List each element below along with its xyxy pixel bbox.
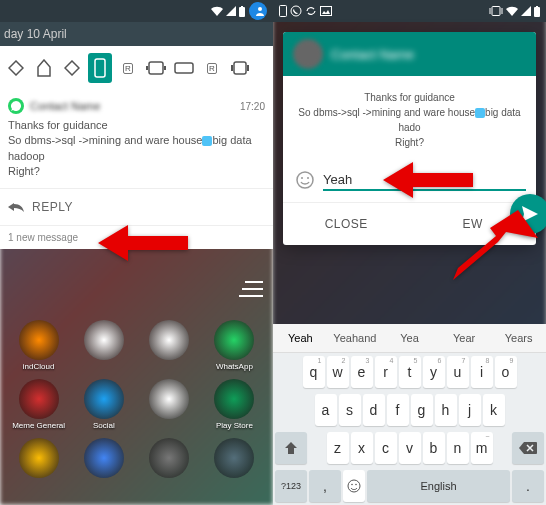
svg-rect-9 <box>175 63 193 73</box>
app-shortcut[interactable] <box>206 438 263 480</box>
shift-key[interactable] <box>275 432 307 464</box>
svg-point-23 <box>351 484 353 486</box>
key-n[interactable]: n <box>447 432 469 464</box>
app-shortcut[interactable]: Social <box>75 379 132 430</box>
signal-icon <box>226 6 236 16</box>
key-w[interactable]: 2w <box>327 356 349 388</box>
suggestion-item[interactable]: Yeah <box>273 324 328 352</box>
key-q[interactable]: 1q <box>303 356 325 388</box>
key-c[interactable]: c <box>375 432 397 464</box>
key-m[interactable]: ~m <box>471 432 493 464</box>
svg-marker-3 <box>9 61 23 75</box>
key-j[interactable]: j <box>459 394 481 426</box>
close-button[interactable]: CLOSE <box>283 203 410 245</box>
qs-icon-8[interactable]: R <box>200 53 224 83</box>
key-u[interactable]: 7u <box>447 356 469 388</box>
phone-portrait-icon <box>279 5 287 17</box>
app-shortcut[interactable]: Meme General <box>10 379 67 430</box>
svg-rect-1 <box>241 6 243 7</box>
suggestion-item[interactable]: Yea <box>382 324 437 352</box>
qs-icon-5[interactable]: R <box>116 53 140 83</box>
key-s[interactable]: s <box>339 394 361 426</box>
app-shortcut[interactable] <box>75 438 132 480</box>
key-v[interactable]: v <box>399 432 421 464</box>
dialog-message-body: Thanks for guidance So dbms->sql ->minin… <box>283 76 536 164</box>
image-icon <box>320 6 332 16</box>
menu-lines-icon[interactable] <box>239 280 263 302</box>
svg-rect-11 <box>231 65 233 71</box>
key-k[interactable]: k <box>483 394 505 426</box>
svg-rect-18 <box>536 6 538 7</box>
app-shortcut[interactable]: WhatsApp <box>206 320 263 371</box>
emoji-picker-button[interactable] <box>293 168 317 192</box>
svg-point-24 <box>355 484 357 486</box>
emoji-key[interactable] <box>343 470 365 502</box>
key-d[interactable]: d <box>363 394 385 426</box>
app-shortcut[interactable] <box>141 379 198 430</box>
period-key[interactable]: . <box>512 470 544 502</box>
key-x[interactable]: x <box>351 432 373 464</box>
app-shortcut[interactable]: indCloud <box>10 320 67 371</box>
key-g[interactable]: g <box>411 394 433 426</box>
suggestion-item[interactable]: Years <box>491 324 546 352</box>
dialog-avatar <box>293 39 323 69</box>
key-y[interactable]: 6y <box>423 356 445 388</box>
svg-rect-12 <box>247 65 249 71</box>
key-o[interactable]: 9o <box>495 356 517 388</box>
app-shortcut[interactable]: Play Store <box>206 379 263 430</box>
qs-icon-1[interactable] <box>4 53 28 83</box>
qs-icon-2[interactable] <box>32 53 56 83</box>
key-h[interactable]: h <box>435 394 457 426</box>
reply-arrow-icon <box>8 199 24 215</box>
svg-point-2 <box>258 7 262 11</box>
key-e[interactable]: 3e <box>351 356 373 388</box>
battery-icon <box>239 6 245 17</box>
app-shortcut[interactable] <box>141 438 198 480</box>
qs-icon-9[interactable] <box>228 53 252 83</box>
qs-icon-active[interactable] <box>88 53 112 83</box>
battery-icon <box>534 6 540 17</box>
key-f[interactable]: f <box>387 394 409 426</box>
svg-point-14 <box>291 6 301 16</box>
profile-avatar[interactable] <box>249 2 267 20</box>
tutorial-arrow-reply <box>98 223 188 267</box>
key-t[interactable]: 5t <box>399 356 421 388</box>
key-z[interactable]: z <box>327 432 349 464</box>
key-i[interactable]: 8i <box>471 356 493 388</box>
notification-body: Thanks for guidance So dbms->sql ->minin… <box>8 118 265 180</box>
space-key[interactable]: English <box>367 470 510 502</box>
svg-rect-5 <box>95 59 105 77</box>
key-b[interactable]: b <box>423 432 445 464</box>
reply-label: REPLY <box>32 200 73 214</box>
symbols-key[interactable]: ?123 <box>275 470 307 502</box>
qs-icon-3[interactable] <box>60 53 84 83</box>
quick-settings-row: R R <box>0 46 273 90</box>
reply-button[interactable]: REPLY <box>0 188 273 225</box>
key-r[interactable]: 4r <box>375 356 397 388</box>
signal-icon <box>521 6 531 16</box>
app-shortcut[interactable] <box>75 320 132 371</box>
svg-rect-13 <box>280 6 287 17</box>
qs-icon-7[interactable] <box>172 53 196 83</box>
suggestion-item[interactable]: Yeahand <box>328 324 383 352</box>
qs-icon-6[interactable] <box>144 53 168 83</box>
status-bar-left <box>0 0 273 22</box>
vibrate-icon <box>489 6 503 16</box>
contact-name: Contact Name <box>30 100 100 112</box>
tutorial-arrow-send <box>448 210 538 284</box>
wifi-icon <box>211 6 223 16</box>
suggestion-item[interactable]: Year <box>437 324 492 352</box>
wifi-icon <box>506 6 518 16</box>
date-bar: day 10 April <box>0 22 273 46</box>
arrow-emoji-icon <box>202 136 212 146</box>
app-shortcut[interactable] <box>141 320 198 371</box>
date-text: day 10 April <box>4 27 67 41</box>
comma-key[interactable]: , <box>309 470 341 502</box>
backspace-key[interactable] <box>512 432 544 464</box>
app-shortcut[interactable] <box>10 438 67 480</box>
notification-card[interactable]: Contact Name 17:20 Thanks for guidance S… <box>0 90 273 188</box>
key-a[interactable]: a <box>315 394 337 426</box>
svg-rect-8 <box>164 66 166 70</box>
whatsapp-status-icon <box>290 5 302 17</box>
status-bar-right <box>273 0 546 22</box>
